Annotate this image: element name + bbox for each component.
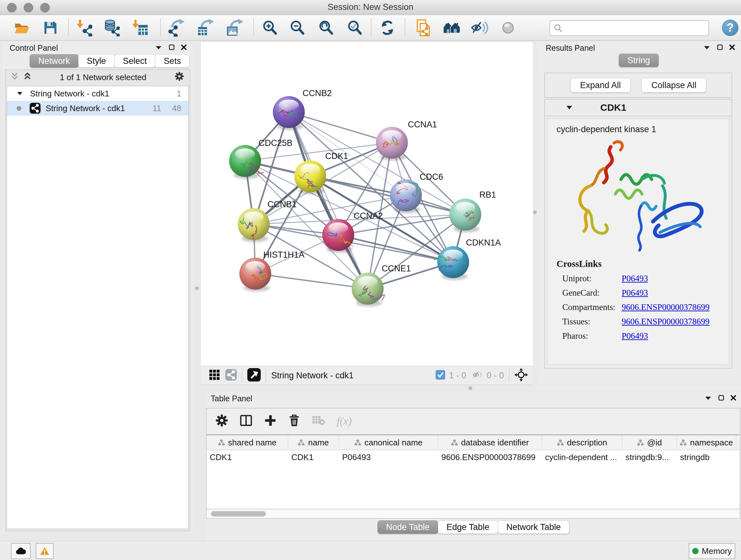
zoom-selected-button[interactable] bbox=[345, 18, 364, 37]
node-CCNE1[interactable] bbox=[352, 273, 385, 307]
export-image-button[interactable] bbox=[225, 18, 245, 37]
section-expander-icon[interactable] bbox=[566, 105, 573, 111]
column-header-description[interactable]: description bbox=[542, 435, 622, 450]
node-CCNA2[interactable] bbox=[322, 219, 354, 253]
import-network-from-file-button[interactable] bbox=[74, 18, 93, 37]
tab-network-table[interactable]: Network Table bbox=[498, 520, 569, 534]
import-table-from-file-button[interactable] bbox=[130, 18, 149, 37]
node-CCNB1[interactable] bbox=[238, 208, 270, 242]
node-section-header[interactable]: CDK1 bbox=[545, 99, 732, 116]
collapse-all-button[interactable]: Collapse All bbox=[642, 78, 706, 92]
splitter-handle-right[interactable] bbox=[533, 210, 537, 214]
node-CDK1[interactable] bbox=[294, 160, 326, 194]
results-panel-collapse-button[interactable] bbox=[703, 45, 711, 51]
results-panel-close-button[interactable] bbox=[729, 44, 735, 51]
edge-CCNA2-CDKN1A[interactable] bbox=[338, 235, 453, 262]
zoom-out-button[interactable] bbox=[288, 18, 307, 37]
table-cell[interactable]: 9606.ENSP00000378699 bbox=[438, 452, 542, 462]
import-network-from-database-button[interactable] bbox=[102, 18, 121, 37]
table-cell[interactable]: CDK1 bbox=[206, 452, 288, 462]
edge-CCNB2-CCNA1[interactable] bbox=[289, 112, 392, 143]
control-panel-collapse-button[interactable] bbox=[155, 45, 162, 51]
column-header-namespace[interactable]: namespace bbox=[677, 435, 736, 450]
save-session-button[interactable] bbox=[41, 18, 60, 37]
node-RB1[interactable] bbox=[449, 199, 481, 233]
birdseye-houses-button[interactable] bbox=[442, 18, 461, 37]
show-graphics-details-button[interactable] bbox=[498, 18, 518, 37]
table-horizontal-scrollbar[interactable] bbox=[206, 509, 739, 518]
network-badge-gray-icon[interactable] bbox=[225, 369, 237, 382]
column-header-canonical-name[interactable]: canonical name bbox=[339, 435, 438, 450]
crosslink-link[interactable]: 9606.ENSP00000378699 bbox=[622, 302, 710, 312]
splitter-handle-horizontal[interactable] bbox=[468, 386, 472, 390]
add-column-button[interactable] bbox=[264, 414, 277, 428]
warning-status-button[interactable] bbox=[36, 543, 54, 559]
control-panel-float-button[interactable] bbox=[169, 44, 175, 51]
table-cell[interactable]: P06493 bbox=[339, 452, 438, 462]
tab-select[interactable]: Select bbox=[114, 54, 155, 68]
table-panel-collapse-button[interactable] bbox=[704, 395, 712, 401]
search-input[interactable] bbox=[566, 23, 709, 34]
cloud-status-button[interactable] bbox=[11, 543, 30, 559]
node-CDKN1A[interactable] bbox=[434, 246, 469, 280]
crosslink-link[interactable]: P06493 bbox=[622, 273, 648, 284]
memory-button[interactable]: Memory bbox=[689, 543, 735, 559]
crosslink-link[interactable]: P06493 bbox=[622, 331, 648, 341]
column-header-shared-name[interactable]: shared name bbox=[206, 435, 288, 450]
table-row[interactable]: CDK1CDK1P064939606.ENSP00000378699cyclin… bbox=[206, 450, 739, 464]
chevron-double-down-icon[interactable] bbox=[10, 72, 19, 83]
edge-CCNE1-HIST1H1A[interactable] bbox=[255, 273, 367, 289]
tab-sets[interactable]: Sets bbox=[155, 54, 190, 68]
table-settings-gear-button[interactable] bbox=[215, 414, 228, 428]
tab-node-table[interactable]: Node Table bbox=[378, 520, 438, 534]
crosslink-label: Compartments: bbox=[562, 302, 622, 312]
network-canvas[interactable]: CCNB2CCNA1CDC25BCDK1CDC6RB1CCNB1CCNA2CDK… bbox=[201, 42, 533, 366]
tab-edge-table[interactable]: Edge Table bbox=[438, 520, 498, 534]
column-header-database-identifier[interactable]: database identifier bbox=[438, 435, 542, 450]
open-session-button[interactable] bbox=[12, 18, 31, 37]
table-panel-close-button[interactable] bbox=[730, 395, 737, 401]
node-CDC25B[interactable] bbox=[229, 145, 264, 179]
table-panel-float-button[interactable] bbox=[718, 395, 724, 401]
export-network-button[interactable] bbox=[167, 18, 186, 37]
results-panel-float-button[interactable] bbox=[717, 44, 723, 51]
network-tree-child-row[interactable]: String Network - cdk1 11 48 bbox=[7, 101, 188, 116]
zoom-fit-button[interactable] bbox=[317, 18, 336, 37]
node-HIST1H1A[interactable] bbox=[239, 258, 271, 292]
delete-column-button[interactable] bbox=[288, 414, 300, 428]
apply-layout-button[interactable] bbox=[378, 18, 397, 37]
tab-network[interactable]: Network bbox=[30, 54, 78, 68]
table-cell[interactable]: stringdb bbox=[677, 452, 736, 462]
birdseye-toggle-button[interactable] bbox=[247, 368, 261, 383]
chevron-double-up-icon[interactable] bbox=[23, 72, 31, 83]
selected-checkbox-icon[interactable] bbox=[435, 370, 445, 381]
hidden-eye-icon[interactable] bbox=[472, 370, 483, 381]
tab-string[interactable]: String bbox=[619, 54, 659, 67]
column-header-name[interactable]: name bbox=[288, 435, 339, 450]
control-panel-close-button[interactable] bbox=[181, 44, 187, 51]
tab-style[interactable]: Style bbox=[78, 54, 115, 68]
select-columns-button[interactable] bbox=[240, 414, 253, 428]
table-cell[interactable]: CDK1 bbox=[288, 452, 339, 462]
grid-view-button[interactable] bbox=[209, 369, 220, 382]
table-cell[interactable]: stringdb:9... bbox=[622, 452, 677, 462]
splitter-handle-left[interactable] bbox=[195, 287, 199, 290]
crosslink-link[interactable]: 9606.ENSP00000378699 bbox=[622, 317, 710, 327]
tree-expander-icon[interactable] bbox=[17, 91, 23, 96]
network-tree-root-row[interactable]: String Network - cdk1 1 bbox=[7, 86, 188, 101]
node-table: shared namenamecanonical namedatabase id… bbox=[206, 435, 739, 508]
scrollbar-thumb[interactable] bbox=[211, 511, 266, 516]
export-table-button[interactable] bbox=[196, 18, 215, 37]
export-web-page-button[interactable] bbox=[414, 18, 433, 37]
table-cell[interactable]: cyclin-dependent ... bbox=[542, 452, 622, 462]
column-header-@id[interactable]: @id bbox=[622, 435, 677, 450]
edge-CCNB2-CCNE1[interactable] bbox=[289, 112, 367, 289]
expand-all-button[interactable]: Expand All bbox=[570, 78, 631, 92]
node-CCNA1[interactable] bbox=[376, 127, 408, 161]
hide-graphics-details-button[interactable] bbox=[470, 18, 489, 37]
network-options-gear-button[interactable] bbox=[175, 71, 184, 83]
fit-selected-crosshair-button[interactable] bbox=[515, 368, 528, 383]
crosslink-link[interactable]: P06493 bbox=[622, 288, 648, 298]
help-button[interactable]: ? bbox=[722, 19, 738, 36]
zoom-in-button[interactable] bbox=[260, 18, 280, 37]
